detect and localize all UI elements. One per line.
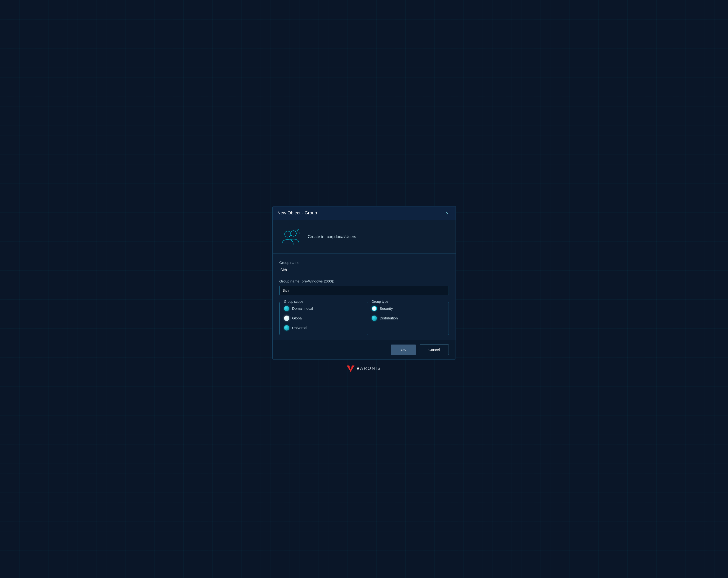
varonis-v-icon	[347, 365, 355, 372]
group-name-display: Sith	[280, 267, 449, 274]
dialog-title: New Object - Group	[278, 210, 317, 216]
radio-security[interactable]: Security	[372, 306, 444, 311]
new-object-group-dialog: New Object - Group ×	[272, 206, 456, 359]
radio-distribution-indicator	[372, 316, 377, 321]
radio-global[interactable]: Global	[284, 316, 357, 321]
group-name-pre2000-input[interactable]	[280, 285, 449, 295]
svg-line-7	[297, 229, 298, 231]
dialog-footer: OK Cancel	[273, 340, 456, 359]
radio-global-label: Global	[292, 316, 303, 320]
radio-security-label: Security	[380, 306, 393, 310]
dialog-titlebar: New Object - Group ×	[273, 206, 456, 220]
group-scope-box: Group scope Domain local Global Universa…	[280, 302, 361, 335]
radio-universal-indicator	[284, 325, 289, 330]
group-scope-legend: Group scope	[283, 300, 305, 303]
svg-line-6	[297, 231, 299, 233]
radio-distribution[interactable]: Distribution	[372, 316, 444, 321]
varonis-logo: VARONIS	[272, 365, 456, 372]
svg-line-8	[296, 230, 297, 231]
group-users-icon	[280, 228, 301, 245]
radio-global-indicator	[284, 316, 289, 321]
group-type-box: Group type Security Distribution	[367, 302, 449, 335]
radio-domain-local-indicator	[284, 306, 289, 311]
radio-groups-row: Group scope Domain local Global Universa…	[280, 302, 449, 335]
svg-point-0	[290, 231, 296, 236]
radio-distribution-label: Distribution	[380, 316, 398, 320]
dialog-header: Create in: corp.local/Users	[273, 220, 456, 254]
dialog-body: Group name: Sith Group name (pre-Windows…	[273, 254, 456, 340]
create-in-text: Create in: corp.local/Users	[308, 234, 356, 239]
radio-security-indicator	[372, 306, 377, 311]
dialog-overlay: New Object - Group ×	[272, 206, 456, 372]
svg-point-1	[285, 231, 290, 237]
radio-universal-label: Universal	[292, 326, 307, 330]
radio-universal[interactable]: Universal	[284, 325, 357, 330]
radio-domain-local[interactable]: Domain local	[284, 306, 357, 311]
group-type-legend: Group type	[370, 300, 390, 303]
varonis-text-label: VARONIS	[356, 366, 381, 371]
radio-domain-local-label: Domain local	[292, 306, 313, 310]
svg-line-9	[296, 229, 298, 230]
cancel-button[interactable]: Cancel	[420, 345, 449, 355]
group-name-label: Group name:	[280, 260, 449, 265]
close-button[interactable]: ×	[444, 210, 451, 217]
group-name-pre2000-label: Group name (pre-Windows 2000):	[280, 279, 449, 283]
group-icon-container	[280, 226, 301, 248]
svg-marker-10	[347, 365, 355, 372]
ok-button[interactable]: OK	[391, 345, 416, 355]
